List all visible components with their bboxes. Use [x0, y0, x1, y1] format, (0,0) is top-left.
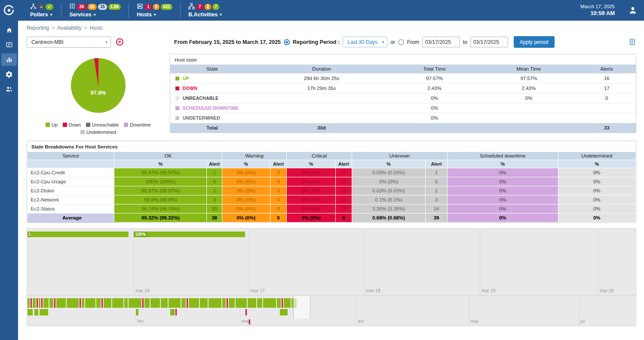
- monitoring-console-icon: [6, 41, 13, 49]
- sidebar-item-configuration[interactable]: [1, 68, 17, 80]
- column-header: Warning: [222, 152, 287, 160]
- value-cell: 0% (0%): [222, 195, 270, 204]
- column-header: Alerts: [578, 65, 636, 74]
- check-badge-icon[interactable]: ✓: [46, 4, 53, 10]
- bar-chart-icon: [6, 56, 13, 63]
- menu-hosts[interactable]: 10422 Hosts▾: [129, 0, 180, 21]
- navigator-tick-label: jui: [580, 318, 585, 324]
- sub-header: Alert: [270, 160, 287, 168]
- clear-selection-icon[interactable]: ✕: [116, 38, 123, 46]
- navigator-bar: [101, 298, 103, 308]
- timeline-navigator[interactable]: fevmaravrmaijui: [27, 295, 636, 326]
- navigator-bar: [104, 298, 111, 308]
- status-badge[interactable]: 1.8k: [108, 4, 121, 10]
- value-cell: 0%: [558, 177, 635, 186]
- centreon-logo[interactable]: [0, 0, 18, 21]
- value-cell: 99.9% (99.9%): [114, 195, 207, 204]
- navigator-selection-window[interactable]: [293, 296, 310, 319]
- sidebar-item-reporting[interactable]: [1, 53, 17, 66]
- availability-pie: 97.6%: [71, 58, 126, 113]
- value-cell: 1: [207, 168, 222, 177]
- custom-period-radio[interactable]: [398, 39, 404, 45]
- legend-color-swatch: [63, 123, 67, 127]
- total-row: Total 30d 33: [170, 123, 636, 133]
- table-row: Ec2-Cpu-Usage100% (100%)00% (0%)00% (0%)…: [28, 177, 636, 186]
- uptime-bar-label: 100%: [134, 232, 147, 237]
- status-badge[interactable]: 0: [153, 4, 160, 10]
- period-summary: From February 15, 2025 to March 17, 2025: [174, 39, 281, 45]
- status-badge[interactable]: 7: [196, 4, 203, 10]
- table-row: Ec2-Status96.74% (96.74%)330% (0%)00% (0…: [28, 204, 636, 213]
- navigator-gridline: [579, 296, 579, 326]
- breadcrumb-reporting[interactable]: Reporting: [27, 25, 49, 31]
- host-group-select[interactable]: Centreon-MBI ▾: [27, 37, 111, 48]
- navigator-bar: [282, 298, 283, 308]
- value-cell: 1: [207, 186, 222, 195]
- table-row: UNREACHABLE0%0%0: [170, 93, 636, 103]
- alerts-cell: 16: [578, 74, 636, 83]
- sidebar-item-home[interactable]: [1, 24, 17, 37]
- state-color-swatch: [175, 116, 179, 120]
- column-header: Service: [28, 152, 114, 160]
- timeline-gridline: [365, 229, 365, 295]
- status-badge[interactable]: 422: [161, 4, 172, 10]
- column-header: Unknown: [352, 152, 447, 160]
- status-badge[interactable]: 2: [205, 4, 212, 10]
- availability-timeline[interactable]: mar 16mar 17mar 18mar 19mar 20100%100%: [27, 229, 636, 295]
- sidebar-item-administration[interactable]: [1, 83, 17, 95]
- value-cell: 0% (0%): [222, 213, 270, 223]
- sidebar-item-monitoring[interactable]: [1, 39, 17, 51]
- status-badge[interactable]: 16: [88, 4, 97, 10]
- reporting-period-select[interactable]: Last 30 Days ▾: [343, 37, 387, 47]
- navigator-tick-label: fev: [138, 318, 144, 324]
- value-cell: 0: [270, 213, 287, 223]
- navigator-bar: [37, 298, 38, 308]
- value-cell: 1: [426, 168, 448, 177]
- value-cell: 0: [270, 186, 287, 195]
- column-header: OK: [114, 152, 222, 160]
- navigator-bar: [200, 298, 208, 308]
- value-cell: 0: [270, 168, 287, 177]
- sub-header: Alert: [335, 160, 352, 168]
- total-alerts: 33: [578, 123, 636, 133]
- legend-item: Unreachable: [86, 122, 119, 127]
- legend-label: Down: [69, 122, 81, 127]
- menu-services[interactable]: 2616151.8k Services▾: [61, 0, 129, 21]
- status-badge[interactable]: 7: [212, 4, 219, 10]
- value-cell: 0: [426, 177, 448, 186]
- value-cell: 33: [207, 204, 222, 213]
- table-row: DOWN17h 29m 35s2.43%2.43%17: [170, 83, 636, 93]
- breadcrumb-separator: >: [84, 25, 87, 31]
- apply-period-button[interactable]: Apply period: [514, 36, 555, 48]
- poller-icon: [30, 3, 37, 11]
- column-header: State: [170, 65, 254, 74]
- lines-badge-icon[interactable]: ≡: [38, 4, 44, 10]
- legend-item: Downtime: [124, 122, 151, 127]
- menu-pollers[interactable]: ≡✓ Pollers▾: [22, 0, 61, 21]
- breadcrumb-hosts[interactable]: Hosts: [90, 25, 103, 31]
- user-menu[interactable]: [622, 0, 644, 21]
- mean-time-cell: [480, 113, 577, 123]
- status-badge[interactable]: 15: [98, 4, 107, 10]
- mean-time-cell: [480, 103, 577, 113]
- breadcrumb-availability[interactable]: Availability: [57, 25, 81, 31]
- mean-time-cell: 2.43%: [480, 83, 577, 93]
- chevron-down-icon: ▾: [220, 12, 222, 17]
- to-date-input[interactable]: [470, 37, 508, 47]
- state-label: SCHEDULED DOWNTIME: [183, 105, 239, 111]
- status-badge[interactable]: 26: [77, 4, 86, 10]
- availability-summary-row: 97.6% UpDownUnreachableDowntimeUndetermi…: [18, 52, 644, 135]
- value-cell: 0: [335, 168, 352, 177]
- services-grid-icon: [69, 3, 75, 10]
- state-color-swatch: [175, 106, 179, 110]
- timeline-tick-label: mar 19: [481, 288, 496, 293]
- export-report-icon[interactable]: [629, 38, 636, 46]
- navigator-bar: [229, 298, 235, 308]
- uptime-bar: 100%: [134, 232, 245, 237]
- menu-business-activities[interactable]: 727 B.Activities▾: [181, 0, 230, 21]
- reporting-period-radio[interactable]: [284, 39, 290, 45]
- status-badge[interactable]: 1: [145, 4, 152, 10]
- from-date-input[interactable]: [422, 37, 460, 47]
- navigator-bar: [112, 298, 123, 308]
- value-cell: 38: [207, 213, 222, 223]
